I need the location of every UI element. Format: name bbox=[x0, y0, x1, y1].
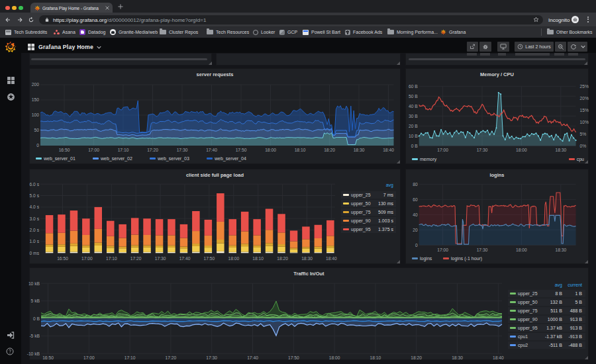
svg-text:60: 60 bbox=[413, 197, 418, 202]
svg-text:20: 20 bbox=[413, 228, 418, 232]
svg-text:25%: 25% bbox=[580, 84, 589, 89]
svg-text:18:00: 18:00 bbox=[516, 248, 527, 252]
svg-text:4.0 s: 4.0 s bbox=[30, 205, 40, 209]
svg-text:0%: 0% bbox=[580, 144, 587, 148]
svg-text:17:20: 17:20 bbox=[147, 148, 158, 152]
svg-text:17:00: 17:00 bbox=[437, 248, 448, 252]
svg-text:18:00: 18:00 bbox=[329, 355, 340, 360]
svg-text:17:20: 17:20 bbox=[166, 355, 177, 360]
svg-text:17:00: 17:00 bbox=[83, 355, 95, 360]
svg-text:18:10: 18:10 bbox=[295, 148, 306, 152]
svg-text:18:40: 18:40 bbox=[383, 148, 394, 152]
svg-text:18:30: 18:30 bbox=[555, 148, 566, 152]
svg-text:5.0 s: 5.0 s bbox=[30, 193, 40, 198]
svg-text:18:10: 18:10 bbox=[370, 355, 381, 360]
svg-text:0: 0 bbox=[36, 143, 39, 148]
svg-text:18:00: 18:00 bbox=[516, 148, 527, 152]
svg-text:20 B: 20 B bbox=[409, 124, 418, 128]
svg-text:17:50: 17:50 bbox=[236, 148, 247, 152]
svg-text:16:50: 16:50 bbox=[42, 355, 54, 360]
svg-text:16:50: 16:50 bbox=[59, 148, 70, 152]
svg-text:0 B: 0 B bbox=[411, 144, 419, 148]
svg-text:17:30: 17:30 bbox=[477, 248, 488, 252]
svg-text:0 ms: 0 ms bbox=[30, 251, 40, 255]
svg-text:18:30: 18:30 bbox=[452, 355, 463, 360]
svg-text:17:40: 17:40 bbox=[179, 256, 191, 261]
svg-text:18:20: 18:20 bbox=[277, 256, 288, 261]
svg-text:40 B: 40 B bbox=[409, 104, 418, 109]
svg-text:15%: 15% bbox=[580, 108, 589, 113]
svg-text:17:00: 17:00 bbox=[437, 148, 448, 152]
svg-text:18:10: 18:10 bbox=[252, 256, 264, 261]
svg-text:17:40: 17:40 bbox=[247, 355, 258, 360]
svg-text:17:30: 17:30 bbox=[177, 148, 188, 152]
svg-text:17:00: 17:00 bbox=[81, 256, 93, 261]
svg-text:1.0 s: 1.0 s bbox=[30, 239, 40, 244]
svg-text:20%: 20% bbox=[580, 96, 589, 101]
svg-text:2.0 s: 2.0 s bbox=[30, 228, 40, 232]
svg-text:10 B: 10 B bbox=[409, 134, 418, 138]
svg-text:200: 200 bbox=[32, 82, 39, 87]
svg-text:0 B: 0 B bbox=[33, 316, 40, 321]
svg-text:100: 100 bbox=[32, 113, 39, 117]
svg-text:17:30: 17:30 bbox=[477, 148, 488, 152]
svg-text:6.0 s: 6.0 s bbox=[30, 182, 40, 187]
svg-text:17:30: 17:30 bbox=[155, 256, 166, 261]
svg-text:0: 0 bbox=[415, 243, 418, 248]
svg-text:40: 40 bbox=[413, 212, 418, 217]
svg-text:10 kB: 10 kB bbox=[28, 281, 40, 286]
svg-text:18:00: 18:00 bbox=[228, 256, 239, 261]
svg-text:18:40: 18:40 bbox=[493, 355, 504, 360]
svg-text:-10 kB: -10 kB bbox=[27, 351, 40, 356]
svg-text:17:30: 17:30 bbox=[206, 355, 217, 360]
svg-text:17:10: 17:10 bbox=[106, 256, 117, 261]
svg-text:150: 150 bbox=[32, 97, 39, 102]
svg-text:18:30: 18:30 bbox=[555, 248, 566, 252]
svg-text:17:40: 17:40 bbox=[206, 148, 217, 152]
svg-text:18:30: 18:30 bbox=[354, 148, 365, 152]
svg-text:18:30: 18:30 bbox=[301, 256, 313, 261]
svg-text:17:00: 17:00 bbox=[88, 148, 99, 152]
svg-text:18:40: 18:40 bbox=[326, 256, 337, 261]
svg-text:16:50: 16:50 bbox=[57, 256, 68, 261]
svg-text:17:10: 17:10 bbox=[124, 355, 136, 360]
svg-text:18:20: 18:20 bbox=[324, 148, 335, 152]
svg-text:50 B: 50 B bbox=[409, 94, 418, 99]
svg-text:-5 kB: -5 kB bbox=[29, 334, 40, 338]
svg-text:5%: 5% bbox=[580, 132, 587, 136]
svg-text:18:20: 18:20 bbox=[411, 355, 422, 360]
svg-text:3.0 s: 3.0 s bbox=[30, 216, 40, 221]
svg-text:30 B: 30 B bbox=[409, 114, 418, 118]
svg-text:17:20: 17:20 bbox=[130, 256, 142, 261]
svg-text:10%: 10% bbox=[580, 120, 589, 124]
svg-text:17:50: 17:50 bbox=[204, 256, 215, 261]
svg-text:17:10: 17:10 bbox=[118, 148, 129, 152]
svg-text:18:00: 18:00 bbox=[265, 148, 276, 152]
svg-text:17:50: 17:50 bbox=[288, 355, 299, 360]
svg-text:50: 50 bbox=[34, 128, 40, 132]
svg-text:5 kB: 5 kB bbox=[31, 298, 40, 303]
svg-text:60 B: 60 B bbox=[409, 84, 418, 89]
svg-text:80: 80 bbox=[413, 182, 418, 187]
